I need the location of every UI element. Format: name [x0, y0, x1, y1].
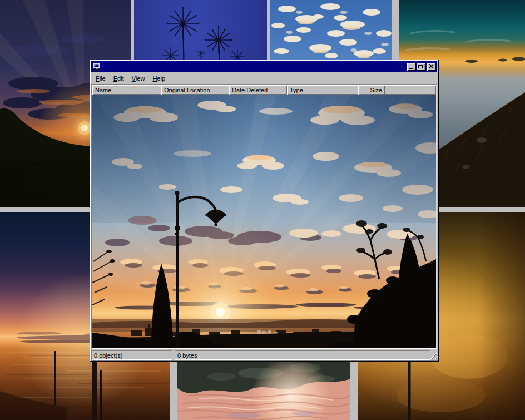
- column-header-original-location[interactable]: Original Location: [161, 85, 229, 95]
- close-button[interactable]: [427, 63, 436, 71]
- column-header-blank[interactable]: [385, 85, 436, 95]
- minimize-button[interactable]: [407, 63, 416, 71]
- menubar: File Edit View Help: [91, 72, 437, 84]
- column-header-size[interactable]: Size: [358, 85, 385, 95]
- menu-item-file[interactable]: File: [92, 74, 110, 83]
- column-header-row: Name Original Location Date Deleted Type…: [92, 85, 436, 95]
- list-client-area[interactable]: [92, 95, 436, 348]
- maximize-icon: [418, 65, 423, 68]
- sunset-lamp-photo: [92, 95, 436, 348]
- status-bar: 0 object(s) 0 bytes: [91, 349, 437, 360]
- column-header-date-deleted[interactable]: Date Deleted: [229, 85, 287, 95]
- desktop-wallpaper: File Edit View Help Name Original Locati…: [0, 0, 525, 420]
- recycle-bin-window[interactable]: File Edit View Help Name Original Locati…: [90, 60, 439, 362]
- menu-item-view[interactable]: View: [128, 74, 149, 83]
- menu-item-edit[interactable]: Edit: [110, 74, 128, 83]
- column-header-type[interactable]: Type: [287, 85, 358, 95]
- status-byte-count: 0 bytes: [175, 350, 430, 360]
- close-icon: [429, 64, 434, 68]
- menu-item-help[interactable]: Help: [148, 74, 169, 83]
- file-list-view: Name Original Location Date Deleted Type…: [91, 84, 437, 349]
- minimize-icon: [409, 68, 413, 69]
- maximize-button[interactable]: [417, 63, 425, 71]
- titlebar[interactable]: [91, 61, 437, 72]
- status-object-count: 0 object(s): [91, 350, 172, 360]
- resize-grip[interactable]: [430, 352, 437, 359]
- column-header-name[interactable]: Name: [92, 85, 161, 95]
- computer-icon[interactable]: [92, 62, 101, 71]
